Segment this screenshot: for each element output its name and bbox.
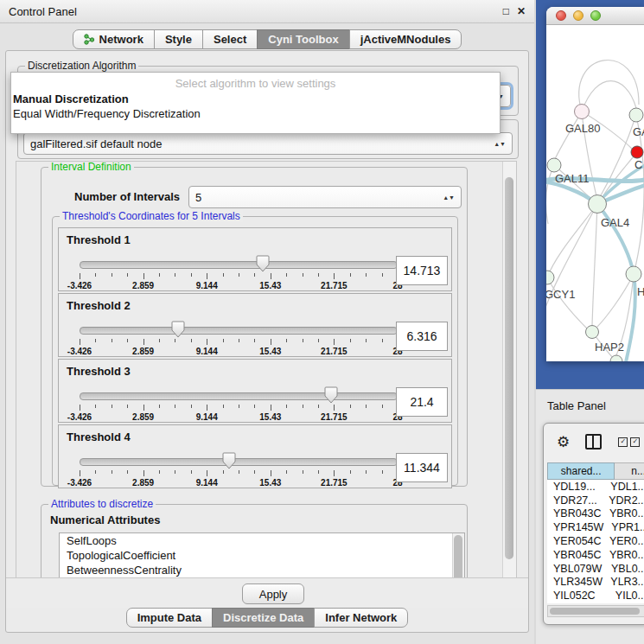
tick-mark bbox=[286, 470, 287, 474]
tab-infer-label: Infer Network bbox=[325, 611, 397, 624]
tick-mark bbox=[207, 405, 207, 411]
network-node[interactable] bbox=[546, 271, 554, 284]
tick-mark bbox=[143, 470, 144, 476]
network-node[interactable] bbox=[586, 326, 599, 339]
table-row[interactable]: YBL079WYBL0... bbox=[547, 562, 644, 576]
tab-impute-label: Impute Data bbox=[137, 611, 201, 624]
settings-scrollbar-thumb[interactable] bbox=[505, 177, 513, 559]
tick-mark bbox=[207, 339, 207, 345]
network-node[interactable] bbox=[626, 266, 641, 282]
attribute-list-item[interactable]: TopologicalCoefficient bbox=[60, 548, 464, 563]
tick-mark bbox=[334, 470, 335, 476]
network-node[interactable] bbox=[575, 105, 590, 119]
tab-select-label: Select bbox=[214, 33, 246, 46]
tick-mark bbox=[112, 273, 112, 277]
threshold-value-field[interactable]: 11.344 bbox=[396, 453, 448, 482]
network-node[interactable] bbox=[547, 158, 561, 172]
tick-label: 2.859 bbox=[132, 478, 154, 488]
close-traffic-light[interactable] bbox=[556, 10, 566, 21]
number-of-intervals-combobox[interactable]: 5 ▲▼ bbox=[188, 186, 462, 208]
cytoscape-desktop: GAL80GACGAL11GAL4GCY1HHAP2 bbox=[536, 0, 644, 389]
gear-icon[interactable]: ⚙ bbox=[557, 433, 570, 451]
tick-label: 21.715 bbox=[321, 281, 348, 290]
table-row[interactable]: YBR045CYBR0... bbox=[547, 548, 644, 562]
right-column: GAL80GACGAL11GAL4GCY1HHAP2 Table Panel ⚙… bbox=[536, 0, 644, 644]
table-row[interactable]: YLR345WYLR3... bbox=[547, 576, 644, 590]
attributes-scrollbar-thumb[interactable] bbox=[454, 535, 462, 579]
float-window-icon[interactable]: □ bbox=[503, 5, 509, 17]
tab-impute-data[interactable]: Impute Data bbox=[126, 608, 213, 628]
attributes-to-discretize-label: Attributes to discretize bbox=[48, 498, 156, 510]
slider-track[interactable] bbox=[80, 327, 398, 335]
network-canvas[interactable]: GAL80GACGAL11GAL4GCY1HHAP2 bbox=[546, 25, 644, 361]
slider-track[interactable] bbox=[80, 392, 398, 400]
tick-mark bbox=[80, 339, 80, 345]
table-hscrollbar-thumb[interactable] bbox=[550, 608, 640, 615]
network-node[interactable] bbox=[610, 355, 622, 361]
attribute-list-item[interactable]: BetweennessCentrality bbox=[60, 563, 464, 577]
dropdown-item-equal-width[interactable]: Equal Width/Frequency Discretization bbox=[11, 106, 500, 121]
table-panel: Table Panel ⚙ ✓ ✓ shared... n... YDL19..… bbox=[536, 389, 644, 644]
attributes-scrollbar[interactable] bbox=[452, 533, 464, 579]
tab-cyni-toolbox[interactable]: Cyni Toolbox bbox=[257, 29, 349, 49]
column-header-shared-name[interactable]: shared... bbox=[547, 462, 615, 480]
close-window-icon[interactable]: ✕ bbox=[517, 5, 526, 17]
zoom-traffic-light[interactable] bbox=[590, 10, 601, 21]
tick-label: 2.859 bbox=[132, 281, 154, 290]
columns-icon[interactable] bbox=[585, 434, 602, 450]
tab-style[interactable]: Style bbox=[154, 29, 203, 49]
tick-mark bbox=[223, 339, 224, 342]
threshold-value-field[interactable]: 21.4 bbox=[396, 387, 448, 417]
slider-track[interactable] bbox=[80, 261, 398, 269]
tick-mark bbox=[159, 470, 160, 474]
checkbox-icon[interactable]: ✓ bbox=[618, 437, 628, 447]
table-row[interactable]: YER054CYER0... bbox=[547, 534, 644, 548]
tick-mark bbox=[271, 273, 271, 279]
cell-shared-name: YPR145W bbox=[547, 521, 603, 533]
table-panel-title: Table Panel bbox=[547, 399, 606, 412]
dropdown-item-manual[interactable]: Manual Discretization bbox=[11, 92, 500, 106]
tick-label: 9.144 bbox=[196, 281, 218, 290]
tab-jactivemnodules[interactable]: jActiveMNodules bbox=[349, 29, 462, 49]
table-hscrollbar[interactable] bbox=[547, 605, 644, 617]
checkbox-icon[interactable]: ✓ bbox=[630, 437, 640, 447]
tick-mark bbox=[95, 273, 96, 277]
threshold-value-field[interactable]: 14.713 bbox=[396, 256, 448, 285]
threshold-value-field[interactable]: 6.316 bbox=[396, 322, 448, 351]
network-node[interactable] bbox=[629, 108, 643, 122]
column-header-name[interactable]: n... bbox=[615, 462, 644, 480]
cell-name: YER0... bbox=[602, 535, 644, 547]
slider-thumb[interactable] bbox=[222, 452, 236, 469]
tab-infer-network[interactable]: Infer Network bbox=[314, 608, 408, 628]
table-row[interactable]: YDL19...YDL1... bbox=[547, 480, 644, 494]
window-title: Control Panel bbox=[9, 5, 77, 18]
tab-discretize-data[interactable]: Discretize Data bbox=[212, 608, 315, 628]
tick-mark bbox=[350, 339, 351, 342]
discretization-algorithm-label: Discretization Algorithm bbox=[25, 60, 138, 72]
slider-thumb[interactable] bbox=[171, 321, 185, 338]
slider-track[interactable] bbox=[80, 458, 398, 466]
table-row[interactable]: YPR145WYPR1... bbox=[547, 520, 644, 534]
cell-name: YLR3... bbox=[603, 576, 644, 588]
tab-select[interactable]: Select bbox=[202, 29, 258, 49]
apply-button[interactable]: Apply bbox=[242, 583, 304, 604]
attribute-list-item[interactable]: SelfLoops bbox=[60, 533, 464, 548]
tick-mark bbox=[127, 405, 128, 408]
minimize-traffic-light[interactable] bbox=[573, 10, 583, 21]
network-node[interactable] bbox=[631, 146, 643, 158]
table-data-value: galFiltered.sif default node bbox=[30, 137, 162, 150]
table-row[interactable]: YBR043CYBR0... bbox=[547, 507, 644, 521]
attributes-group: Attributes to discretize Numerical Attri… bbox=[41, 504, 468, 579]
table-row[interactable]: YIL052CYIL0... bbox=[547, 589, 644, 603]
tab-network[interactable]: Network bbox=[73, 29, 155, 49]
settings-scrollbar[interactable] bbox=[502, 162, 516, 578]
slider-thumb[interactable] bbox=[256, 255, 270, 272]
control-panel-tabs: Network Style Select Cyni Toolbox jActiv… bbox=[0, 29, 534, 49]
network-node[interactable] bbox=[589, 195, 607, 214]
slider-thumb[interactable] bbox=[324, 386, 338, 404]
cell-name: YIL0... bbox=[608, 590, 644, 602]
table-data-combobox[interactable]: galFiltered.sif default node ▲▼ bbox=[23, 132, 513, 155]
table-row[interactable]: YDR27...YDR2... bbox=[547, 494, 644, 507]
threshold-label: Threshold 3 bbox=[67, 365, 131, 378]
tick-mark bbox=[191, 470, 192, 474]
